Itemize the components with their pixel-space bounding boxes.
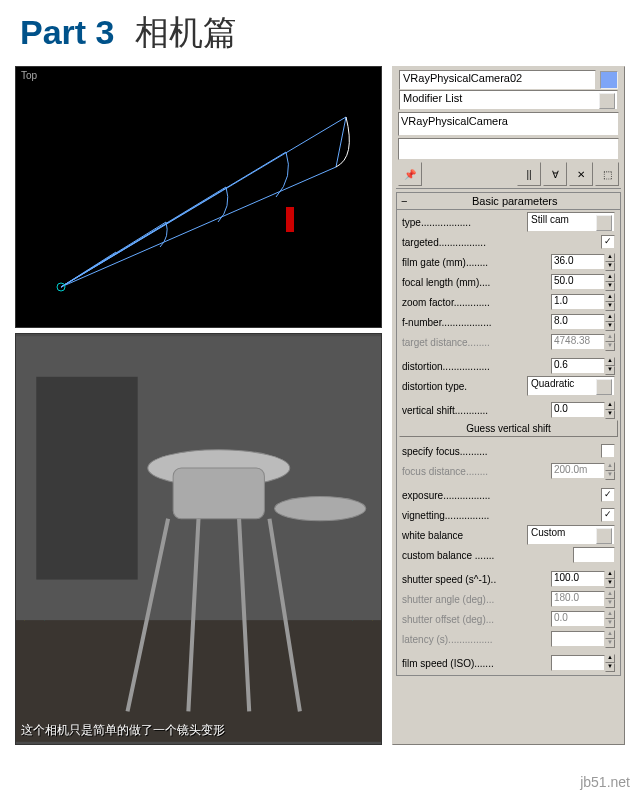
param-spinner-soff: ▲▼: [605, 610, 615, 628]
viewport-top[interactable]: Top: [15, 66, 382, 328]
param-label-zoom: zoom factor.............: [402, 297, 551, 308]
param-input-sang: 180.0: [551, 591, 605, 607]
param-spinner-tdist: ▲▼: [605, 333, 615, 351]
param-input-iso[interactable]: [551, 655, 605, 671]
stack-btn-3[interactable]: ✕: [569, 162, 593, 186]
param-label-dist: distortion.................: [402, 361, 551, 372]
param-spinner-fdist: ▲▼: [605, 462, 615, 480]
param-label-sang: shutter angle (deg)...: [402, 594, 551, 605]
param-label-spec: specify focus..........: [402, 446, 601, 457]
object-name-field[interactable]: VRayPhysicalCamera02: [399, 70, 596, 90]
param-input-dist[interactable]: 0.6: [551, 358, 605, 374]
param-input-shut[interactable]: 100.0: [551, 571, 605, 587]
svg-rect-6: [173, 468, 264, 519]
stack-btn-1[interactable]: ||: [517, 162, 541, 186]
param-label-fdist: focus distance........: [402, 466, 551, 477]
param-label-targeted: targeted.................: [402, 237, 601, 248]
param-spinner-zoom[interactable]: ▲▼: [605, 293, 615, 311]
param-label-vshift: vertical shift............: [402, 405, 551, 416]
param-input-tdist: 4748.38: [551, 334, 605, 350]
param-checkbox-targeted[interactable]: ✓: [601, 235, 615, 249]
stack-btn-4[interactable]: ⬚: [595, 162, 619, 186]
param-input-focal[interactable]: 50.0: [551, 274, 605, 290]
param-label-vig: vignetting................: [402, 510, 601, 521]
param-input-vshift[interactable]: 0.0: [551, 402, 605, 418]
param-spinner-iso[interactable]: ▲▼: [605, 654, 615, 672]
header-part: Part 3: [20, 13, 115, 52]
param-input-fnum[interactable]: 8.0: [551, 314, 605, 330]
param-spinner-shut[interactable]: ▲▼: [605, 570, 615, 588]
modifier-stack-item[interactable]: VRayPhysicalCamera: [398, 112, 619, 136]
object-color-swatch[interactable]: [600, 71, 618, 89]
param-label-shut: shutter speed (s^-1)..: [402, 574, 551, 585]
param-spinner-dist[interactable]: ▲▼: [605, 357, 615, 375]
chair-render: [16, 334, 381, 744]
param-label-soff: shutter offset (deg)...: [402, 614, 551, 625]
param-spinner-fnum[interactable]: ▲▼: [605, 313, 615, 331]
param-label-wb: white balance: [402, 530, 527, 541]
param-label-type: type..................: [402, 217, 527, 228]
param-spinner-filmgate[interactable]: ▲▼: [605, 253, 615, 271]
param-spinner-sang: ▲▼: [605, 590, 615, 608]
param-dropdown-dtype[interactable]: Quadratic: [527, 376, 615, 396]
param-input-lat: [551, 631, 605, 647]
viewport-caption: 这个相机只是简单的做了一个镜头变形: [21, 722, 225, 739]
param-input-filmgate[interactable]: 36.0: [551, 254, 605, 270]
param-label-dtype: distortion type.: [402, 381, 527, 392]
param-checkbox-spec[interactable]: [601, 444, 615, 458]
guess-vertical-shift-button[interactable]: Guess vertical shift: [399, 420, 618, 437]
param-dropdown-type[interactable]: Still cam: [527, 212, 615, 232]
param-label-lat: latency (s)................: [402, 634, 551, 645]
param-input-zoom[interactable]: 1.0: [551, 294, 605, 310]
custom-balance-swatch[interactable]: [573, 547, 615, 563]
svg-rect-4: [36, 377, 137, 580]
viewport-top-label: Top: [21, 70, 37, 81]
param-checkbox-exp[interactable]: ✓: [601, 488, 615, 502]
camera-fov-wireframe: [46, 97, 366, 297]
watermark: jb51.net: [580, 774, 630, 790]
viewport-perspective[interactable]: VRayPhy... 这个相机只是简单的做了一个镜头变形: [15, 333, 382, 745]
param-spinner-lat: ▲▼: [605, 630, 615, 648]
param-label-fnum: f-number..................: [402, 317, 551, 328]
command-panel: VRayPhysicalCamera02 Modifier List VRayP…: [392, 66, 625, 745]
param-spinner-focal[interactable]: ▲▼: [605, 273, 615, 291]
param-label-filmgate: film gate (mm)........: [402, 257, 551, 268]
header-cn: 相机篇: [135, 10, 237, 56]
svg-rect-0: [286, 207, 294, 232]
param-label-tdist: target distance........: [402, 337, 551, 348]
stack-toolbar: 📌 || ∀ ✕ ⬚: [396, 160, 621, 189]
param-label-exp: exposure.................: [402, 490, 601, 501]
param-input-soff: 0.0: [551, 611, 605, 627]
modifier-list-dropdown[interactable]: Modifier List: [399, 90, 618, 110]
param-label-cb: custom balance .......: [402, 550, 573, 561]
stack-btn-2[interactable]: ∀: [543, 162, 567, 186]
param-checkbox-vig[interactable]: ✓: [601, 508, 615, 522]
svg-point-7: [275, 496, 366, 520]
param-label-iso: film speed (ISO).......: [402, 658, 551, 669]
param-spinner-vshift[interactable]: ▲▼: [605, 401, 615, 419]
rollout-header[interactable]: − Basic parameters: [397, 193, 620, 210]
param-input-fdist: 200.0m: [551, 463, 605, 479]
rollout-title: Basic parameters: [413, 195, 616, 207]
param-dropdown-wb[interactable]: Custom: [527, 525, 615, 545]
pin-stack-icon[interactable]: 📌: [398, 162, 422, 186]
param-label-focal: focal length (mm)....: [402, 277, 551, 288]
rollout-toggle-icon: −: [401, 195, 407, 207]
